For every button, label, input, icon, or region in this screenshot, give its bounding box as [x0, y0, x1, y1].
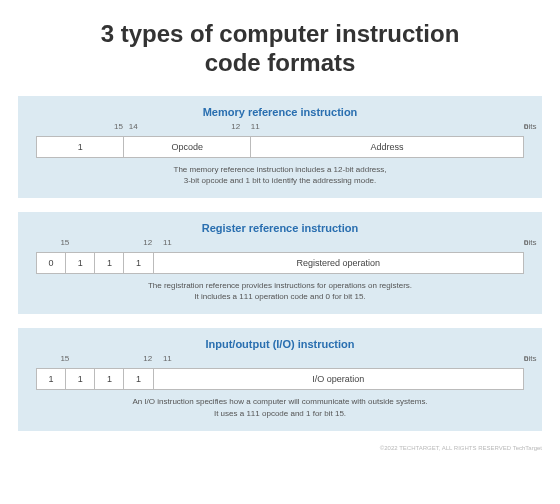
bit-label: 15: [60, 354, 69, 363]
bit-labels-row: 15 14 12 11 0 bits: [36, 122, 524, 136]
card-description: An I/O instruction specifies how a compu…: [36, 396, 524, 418]
instruction-diagram: 0 1 1 1 Registered operation: [36, 252, 524, 274]
instruction-diagram: 1 1 1 1 I/O operation: [36, 368, 524, 390]
field-cell: 1: [66, 369, 95, 389]
card-description: The memory reference instruction include…: [36, 164, 524, 186]
bit-label: 12: [231, 122, 240, 131]
bit-labels-row: 15 12 11 0 bits: [36, 238, 524, 252]
bit-label: 12: [143, 354, 152, 363]
bit-label: 15: [60, 238, 69, 247]
field-cell: 1: [95, 253, 124, 273]
card-title: Memory reference instruction: [36, 106, 524, 118]
field-cell: Registered operation: [154, 253, 523, 273]
instruction-diagram: 1 Opcode Address: [36, 136, 524, 158]
field-cell: 1: [37, 137, 124, 157]
card-io-instruction: Input/output (I/O) instruction 15 12 11 …: [18, 328, 542, 430]
field-cell: 1: [124, 369, 153, 389]
bit-label: 15: [114, 122, 123, 131]
footer-copyright: ©2022 TECHTARGET, ALL RIGHTS RESERVED Te…: [18, 445, 542, 451]
bit-label: 11: [163, 238, 172, 247]
card-memory-reference: Memory reference instruction 15 14 12 11…: [18, 96, 542, 198]
field-cell: Opcode: [124, 137, 250, 157]
field-cell: 1: [66, 253, 95, 273]
card-title: Input/output (I/O) instruction: [36, 338, 524, 350]
card-title: Register reference instruction: [36, 222, 524, 234]
field-cell: 1: [37, 369, 66, 389]
page-title: 3 types of computer instruction code for…: [18, 20, 542, 78]
field-cell: 1: [95, 369, 124, 389]
title-line-1: 3 types of computer instruction: [101, 20, 460, 47]
card-description: The registration reference provides inst…: [36, 280, 524, 302]
bit-label: 11: [251, 122, 260, 131]
bit-label: 11: [163, 354, 172, 363]
field-cell: 0: [37, 253, 66, 273]
field-cell: I/O operation: [154, 369, 523, 389]
field-cell: Address: [251, 137, 523, 157]
bit-label: 14: [129, 122, 138, 131]
card-register-reference: Register reference instruction 15 12 11 …: [18, 212, 542, 314]
bit-labels-row: 15 12 11 0 bits: [36, 354, 524, 368]
field-cell: 1: [124, 253, 153, 273]
bit-label: 12: [143, 238, 152, 247]
title-line-2: code formats: [205, 49, 356, 76]
